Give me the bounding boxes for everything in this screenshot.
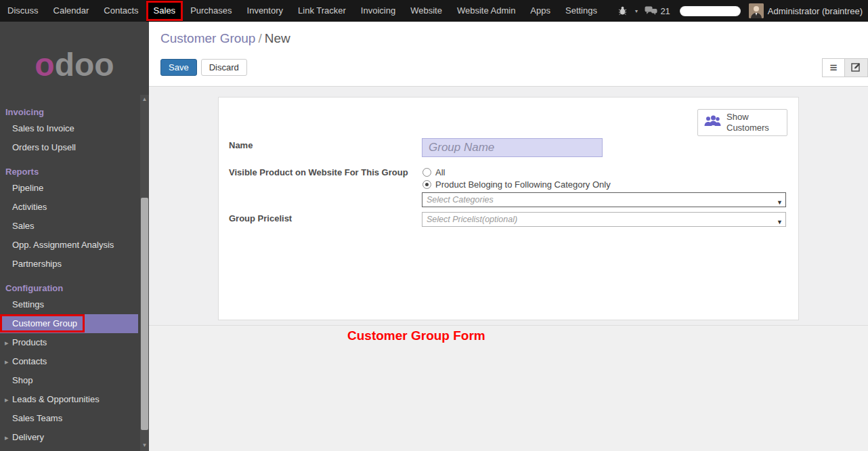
sidebar-item-sales-to-invoice[interactable]: Sales to Invoice [0,119,149,138]
sidebar-item-products[interactable]: Products [0,333,149,352]
customers-group-icon [703,114,722,131]
bug-icon[interactable] [617,6,628,16]
name-label: Name [229,140,253,150]
avatar[interactable] [749,3,764,18]
top-menu-settings[interactable]: Settings [558,0,605,22]
sidebar-scrollbar[interactable] [140,95,149,451]
message-count[interactable]: 21 [660,6,670,16]
discard-button[interactable]: Discard [201,59,247,76]
logo-first-letter: o [35,47,54,83]
section-invoicing: Invoicing [0,98,149,119]
logo-rest: doo [55,47,114,83]
top-bar: Discuss Calendar Contacts Sales Purchase… [0,0,868,22]
pricelist-select-placeholder: Select Pricelist(optional) [427,215,517,224]
top-menu-website-admin[interactable]: Website Admin [450,0,523,22]
form-view-button[interactable] [845,58,868,77]
sidebar: odoo Invoicing Sales to Invoice Orders t… [0,22,149,451]
show-customers-button[interactable]: Show Customers [697,109,787,136]
chat-icon[interactable] [645,6,657,16]
sidebar-item-orders-to-upsell[interactable]: Orders to Upsell [0,138,149,157]
select-caret-icon [777,197,783,207]
caret-down-icon[interactable] [634,9,638,14]
top-menu-purchases[interactable]: Purchases [183,0,239,22]
sidebar-item-shop[interactable]: Shop [0,371,149,390]
sidebar-item-opp-assignment-analysis[interactable]: Opp. Assignment Analysis [0,236,149,255]
sidebar-item-partnerships[interactable]: Partnerships [0,255,149,274]
form-view: Show Customers Name Visible Product on W… [149,87,868,450]
top-menu-apps[interactable]: Apps [523,0,558,22]
form-sheet: Show Customers Name Visible Product on W… [218,97,799,320]
form-buttons: Save Discard [160,59,247,76]
top-menu-sales[interactable]: Sales [146,0,183,22]
group-pricelist-label: Group Pricelist [229,213,292,223]
section-configuration: Configuration [0,274,149,295]
radio-option-all[interactable]: All [422,167,445,177]
save-button[interactable]: Save [160,59,197,76]
form-view-icon [851,62,861,74]
view-switcher [822,58,868,77]
categories-select[interactable]: Select Categories [422,192,786,207]
top-menu-invoicing[interactable]: Invoicing [353,0,403,22]
select-caret-icon [777,217,783,226]
timer-pill[interactable] [680,6,741,16]
pricelist-select[interactable]: Select Pricelist(optional) [422,212,786,227]
odoo-logo: odoo [0,22,149,98]
control-panel: Customer Group/New Save Discard [149,22,868,87]
scroll-down-icon[interactable] [140,442,149,450]
sidebar-item-sales-teams[interactable]: Sales Teams [0,409,149,428]
sidebar-item-pipeline[interactable]: Pipeline [0,179,149,198]
visible-product-label: Visible Product on Website For This Grou… [229,167,408,177]
annotation-caption: Customer Group Form [347,328,485,343]
sidebar-item-customer-group-label: Customer Group [12,318,77,328]
section-reports: Reports [0,157,149,179]
sidebar-menu: Invoicing Sales to Invoice Orders to Ups… [0,98,149,447]
scroll-up-icon[interactable] [140,95,149,104]
top-menu-calendar[interactable]: Calendar [46,0,97,22]
sidebar-item-activities[interactable]: Activities [0,198,149,217]
sidebar-item-delivery[interactable]: Delivery [0,428,149,447]
radio-category-only-label[interactable]: Product Beloging to Following Category O… [435,179,611,190]
radio-category-only-icon[interactable] [422,180,431,189]
sidebar-item-sales[interactable]: Sales [0,217,149,236]
top-menu-link-tracker[interactable]: Link Tracker [290,0,353,22]
show-customers-label: Show Customers [726,112,774,134]
radio-option-category-only[interactable]: Product Beloging to Following Category O… [422,179,611,190]
breadcrumb: Customer Group/New [149,22,868,46]
scrollbar-thumb[interactable] [141,198,148,430]
radio-all-label[interactable]: All [435,167,445,177]
top-menu: Discuss Calendar Contacts Sales Purchase… [0,0,605,22]
radio-all-icon[interactable] [422,168,431,177]
sidebar-item-settings[interactable]: Settings [0,295,149,314]
categories-select-placeholder: Select Categories [427,195,494,205]
list-view-icon [829,60,837,75]
list-view-button[interactable] [822,58,845,77]
breadcrumb-new: New [265,31,290,45]
sidebar-item-leads-opportunities[interactable]: Leads & Opportunities [0,390,149,409]
main-area: Customer Group/New Save Discard [149,22,868,451]
sidebar-item-contacts[interactable]: Contacts [0,352,149,371]
user-menu[interactable]: Administrator (braintree) [768,6,863,16]
top-menu-discuss[interactable]: Discuss [0,0,46,22]
top-menu-sales-label: Sales [154,5,176,16]
group-name-input[interactable] [422,138,603,157]
breadcrumb-customer-group[interactable]: Customer Group [160,31,255,45]
top-menu-contacts[interactable]: Contacts [96,0,146,22]
sidebar-item-customer-group[interactable]: Customer Group [0,314,138,333]
top-menu-website[interactable]: Website [403,0,450,22]
top-menu-inventory[interactable]: Inventory [240,0,290,22]
top-bar-right: 21 Administrator (braintree) [611,0,868,22]
breadcrumb-separator: / [255,31,264,45]
